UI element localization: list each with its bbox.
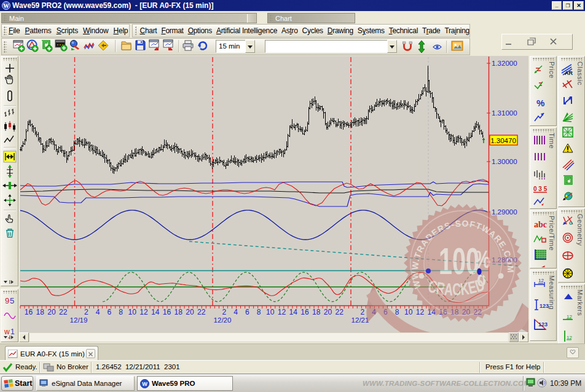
svg-text:12: 12 (278, 308, 286, 316)
svg-text:16: 16 (163, 308, 171, 316)
svg-text:16: 16 (25, 308, 33, 316)
svg-text:8: 8 (257, 308, 261, 316)
svg-text:W: W (3, 2, 9, 9)
svg-text:8: 8 (119, 308, 123, 316)
svg-text:20: 20 (186, 308, 194, 316)
svg-text:14: 14 (151, 308, 160, 316)
svg-text:22: 22 (59, 308, 68, 316)
svg-text:4: 4 (234, 308, 238, 316)
svg-text:12: 12 (139, 308, 148, 316)
svg-text:12: 12 (538, 278, 544, 283)
svg-text:%: % (536, 98, 544, 108)
svg-text:18: 18 (175, 308, 183, 316)
svg-text:18: 18 (36, 308, 45, 316)
svg-text:W: W (142, 381, 147, 387)
svg-text:10: 10 (128, 308, 137, 316)
svg-text:16: 16 (300, 308, 309, 316)
svg-text:6: 6 (107, 308, 111, 316)
svg-text:9: 9 (5, 296, 9, 305)
svg-text:10: 10 (266, 308, 275, 316)
svg-text:22: 22 (197, 308, 206, 316)
svg-text:2: 2 (222, 308, 226, 316)
svg-text:4: 4 (96, 308, 100, 316)
svg-text:10: 10 (404, 308, 413, 316)
svg-text:20: 20 (324, 308, 332, 316)
svg-text:5: 5 (10, 296, 14, 305)
svg-text:18: 18 (312, 308, 321, 316)
svg-text:12/19: 12/19 (70, 316, 88, 324)
svg-text:123: 123 (538, 321, 548, 327)
svg-text:12/20: 12/20 (214, 316, 232, 324)
svg-text:1.29000: 1.29000 (492, 208, 517, 216)
svg-text:12: 12 (416, 308, 425, 316)
svg-text:2: 2 (84, 308, 88, 316)
svg-text:14: 14 (289, 308, 298, 316)
svg-text:6: 6 (245, 308, 249, 316)
svg-text:22: 22 (336, 308, 344, 316)
svg-text:1.31000: 1.31000 (492, 109, 517, 117)
svg-text:%: % (474, 246, 490, 273)
svg-text:123: 123 (540, 303, 549, 309)
svg-text:12/21: 12/21 (351, 316, 369, 324)
svg-text:2: 2 (360, 308, 364, 316)
svg-text:100: 100 (439, 240, 479, 282)
svg-text:20: 20 (47, 308, 56, 316)
svg-text:1.32000: 1.32000 (492, 60, 517, 67)
svg-text:1.30470: 1.30470 (490, 137, 516, 144)
svg-text:abc: abc (534, 220, 547, 229)
svg-text:1.30000: 1.30000 (492, 158, 517, 165)
svg-text:AR: AR (565, 70, 573, 76)
svg-text:0 3 5: 0 3 5 (533, 186, 548, 192)
